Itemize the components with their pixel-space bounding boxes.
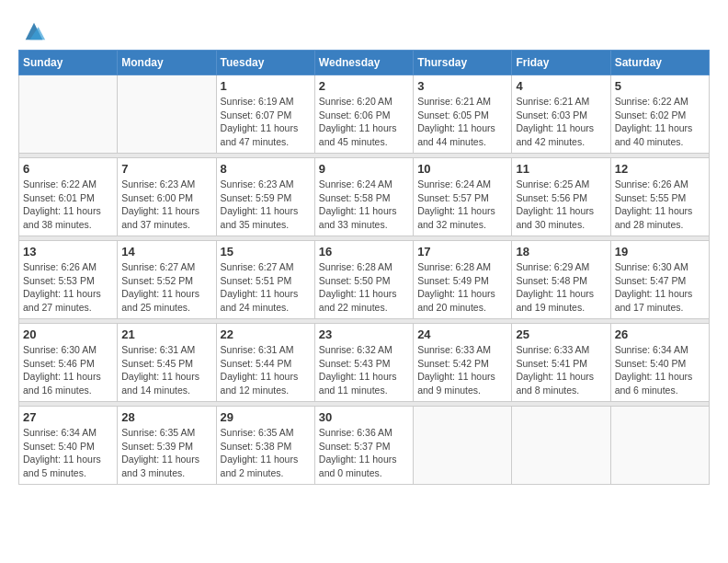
calendar-cell: 26Sunrise: 6:34 AM Sunset: 5:40 PM Dayli… <box>610 324 709 402</box>
calendar-cell: 29Sunrise: 6:35 AM Sunset: 5:38 PM Dayli… <box>216 407 314 485</box>
calendar-cell <box>118 75 216 154</box>
day-info: Sunrise: 6:23 AM Sunset: 5:59 PM Dayligh… <box>221 178 311 232</box>
calendar-cell: 2Sunrise: 6:20 AM Sunset: 6:06 PM Daylig… <box>314 75 413 154</box>
day-number: 26 <box>615 327 705 341</box>
day-info: Sunrise: 6:29 AM Sunset: 5:48 PM Dayligh… <box>516 260 606 315</box>
week-row-4: 27Sunrise: 6:34 AM Sunset: 5:40 PM Dayli… <box>19 407 710 485</box>
calendar-cell <box>19 75 118 154</box>
week-row-3: 20Sunrise: 6:30 AM Sunset: 5:46 PM Dayli… <box>19 324 710 402</box>
day-number: 9 <box>319 162 409 176</box>
day-info: Sunrise: 6:27 AM Sunset: 5:52 PM Dayligh… <box>121 260 211 315</box>
day-info: Sunrise: 6:28 AM Sunset: 5:50 PM Dayligh… <box>319 260 409 315</box>
day-info: Sunrise: 6:31 AM Sunset: 5:45 PM Dayligh… <box>121 343 211 397</box>
calendar-cell: 24Sunrise: 6:33 AM Sunset: 5:42 PM Dayli… <box>414 324 512 402</box>
day-info: Sunrise: 6:36 AM Sunset: 5:37 PM Dayligh… <box>319 426 409 480</box>
day-number: 30 <box>319 410 409 424</box>
calendar-cell: 23Sunrise: 6:32 AM Sunset: 5:43 PM Dayli… <box>314 324 413 402</box>
day-info: Sunrise: 6:23 AM Sunset: 6:00 PM Dayligh… <box>121 178 211 232</box>
day-info: Sunrise: 6:21 AM Sunset: 6:03 PM Dayligh… <box>516 95 606 149</box>
day-info: Sunrise: 6:26 AM Sunset: 5:53 PM Dayligh… <box>23 260 113 315</box>
day-info: Sunrise: 6:21 AM Sunset: 6:05 PM Dayligh… <box>417 95 507 149</box>
day-number: 2 <box>319 79 409 93</box>
week-row-0: 1Sunrise: 6:19 AM Sunset: 6:07 PM Daylig… <box>19 75 710 154</box>
day-info: Sunrise: 6:26 AM Sunset: 5:55 PM Dayligh… <box>615 178 705 232</box>
day-number: 22 <box>221 327 311 341</box>
header-tuesday: Tuesday <box>216 51 314 75</box>
day-info: Sunrise: 6:33 AM Sunset: 5:42 PM Dayligh… <box>417 343 507 397</box>
week-row-1: 6Sunrise: 6:22 AM Sunset: 6:01 PM Daylig… <box>19 158 710 236</box>
day-info: Sunrise: 6:34 AM Sunset: 5:40 PM Dayligh… <box>23 426 113 480</box>
calendar-cell: 17Sunrise: 6:28 AM Sunset: 5:49 PM Dayli… <box>414 241 512 319</box>
day-number: 27 <box>23 410 113 424</box>
calendar-cell: 13Sunrise: 6:26 AM Sunset: 5:53 PM Dayli… <box>19 241 118 319</box>
day-number: 28 <box>121 410 211 424</box>
calendar-cell: 22Sunrise: 6:31 AM Sunset: 5:44 PM Dayli… <box>216 324 314 402</box>
calendar-cell: 7Sunrise: 6:23 AM Sunset: 6:00 PM Daylig… <box>118 158 216 236</box>
calendar-cell: 15Sunrise: 6:27 AM Sunset: 5:51 PM Dayli… <box>216 241 314 319</box>
calendar-cell: 9Sunrise: 6:24 AM Sunset: 5:58 PM Daylig… <box>314 158 413 236</box>
day-number: 21 <box>121 327 211 341</box>
day-number: 13 <box>23 245 113 259</box>
calendar-cell: 6Sunrise: 6:22 AM Sunset: 6:01 PM Daylig… <box>19 158 118 236</box>
header-monday: Monday <box>118 51 216 75</box>
day-info: Sunrise: 6:27 AM Sunset: 5:51 PM Dayligh… <box>221 260 311 315</box>
calendar-cell: 11Sunrise: 6:25 AM Sunset: 5:56 PM Dayli… <box>512 158 610 236</box>
calendar-cell: 12Sunrise: 6:26 AM Sunset: 5:55 PM Dayli… <box>610 158 709 236</box>
day-number: 14 <box>121 245 211 259</box>
day-info: Sunrise: 6:28 AM Sunset: 5:49 PM Dayligh… <box>417 260 507 315</box>
day-number: 4 <box>516 79 606 93</box>
day-number: 7 <box>121 162 211 176</box>
day-info: Sunrise: 6:33 AM Sunset: 5:41 PM Dayligh… <box>516 343 606 397</box>
calendar-cell <box>512 407 610 485</box>
day-number: 24 <box>417 327 507 341</box>
day-number: 18 <box>516 245 606 259</box>
header-wednesday: Wednesday <box>314 51 413 75</box>
day-number: 17 <box>417 245 507 259</box>
day-number: 29 <box>221 410 311 424</box>
day-info: Sunrise: 6:22 AM Sunset: 6:02 PM Dayligh… <box>615 95 705 149</box>
day-info: Sunrise: 6:35 AM Sunset: 5:38 PM Dayligh… <box>221 426 311 480</box>
calendar-cell: 30Sunrise: 6:36 AM Sunset: 5:37 PM Dayli… <box>314 407 413 485</box>
calendar-cell: 8Sunrise: 6:23 AM Sunset: 5:59 PM Daylig… <box>216 158 314 236</box>
calendar-cell: 18Sunrise: 6:29 AM Sunset: 5:48 PM Dayli… <box>512 241 610 319</box>
day-info: Sunrise: 6:19 AM Sunset: 6:07 PM Dayligh… <box>221 95 311 149</box>
header-saturday: Saturday <box>610 51 709 75</box>
day-number: 6 <box>23 162 113 176</box>
calendar-cell: 3Sunrise: 6:21 AM Sunset: 6:05 PM Daylig… <box>414 75 512 154</box>
calendar-cell <box>414 407 512 485</box>
day-info: Sunrise: 6:25 AM Sunset: 5:56 PM Dayligh… <box>516 178 606 232</box>
day-number: 23 <box>319 327 409 341</box>
day-info: Sunrise: 6:31 AM Sunset: 5:44 PM Dayligh… <box>221 343 311 397</box>
calendar-cell: 19Sunrise: 6:30 AM Sunset: 5:47 PM Dayli… <box>610 241 709 319</box>
logo <box>18 18 47 44</box>
calendar-cell: 25Sunrise: 6:33 AM Sunset: 5:41 PM Dayli… <box>512 324 610 402</box>
calendar-header-row: SundayMondayTuesdayWednesdayThursdayFrid… <box>19 51 710 75</box>
day-info: Sunrise: 6:20 AM Sunset: 6:06 PM Dayligh… <box>319 95 409 149</box>
day-info: Sunrise: 6:30 AM Sunset: 5:46 PM Dayligh… <box>23 343 113 397</box>
day-number: 19 <box>615 245 705 259</box>
day-number: 25 <box>516 327 606 341</box>
calendar-cell: 21Sunrise: 6:31 AM Sunset: 5:45 PM Dayli… <box>118 324 216 402</box>
calendar-cell: 27Sunrise: 6:34 AM Sunset: 5:40 PM Dayli… <box>19 407 118 485</box>
calendar-cell <box>610 407 709 485</box>
header-friday: Friday <box>512 51 610 75</box>
day-number: 20 <box>23 327 113 341</box>
calendar-cell: 28Sunrise: 6:35 AM Sunset: 5:39 PM Dayli… <box>118 407 216 485</box>
day-info: Sunrise: 6:34 AM Sunset: 5:40 PM Dayligh… <box>615 343 705 397</box>
day-info: Sunrise: 6:22 AM Sunset: 6:01 PM Dayligh… <box>23 178 113 232</box>
header-sunday: Sunday <box>19 51 118 75</box>
day-info: Sunrise: 6:32 AM Sunset: 5:43 PM Dayligh… <box>319 343 409 397</box>
page-header <box>18 18 710 44</box>
week-row-2: 13Sunrise: 6:26 AM Sunset: 5:53 PM Dayli… <box>19 241 710 319</box>
header-thursday: Thursday <box>414 51 512 75</box>
day-number: 10 <box>417 162 507 176</box>
calendar-cell: 4Sunrise: 6:21 AM Sunset: 6:03 PM Daylig… <box>512 75 610 154</box>
calendar-cell: 20Sunrise: 6:30 AM Sunset: 5:46 PM Dayli… <box>19 324 118 402</box>
calendar-cell: 16Sunrise: 6:28 AM Sunset: 5:50 PM Dayli… <box>314 241 413 319</box>
calendar-cell: 14Sunrise: 6:27 AM Sunset: 5:52 PM Dayli… <box>118 241 216 319</box>
day-info: Sunrise: 6:24 AM Sunset: 5:57 PM Dayligh… <box>417 178 507 232</box>
day-number: 16 <box>319 245 409 259</box>
calendar-cell: 1Sunrise: 6:19 AM Sunset: 6:07 PM Daylig… <box>216 75 314 154</box>
day-info: Sunrise: 6:24 AM Sunset: 5:58 PM Dayligh… <box>319 178 409 232</box>
day-number: 8 <box>221 162 311 176</box>
